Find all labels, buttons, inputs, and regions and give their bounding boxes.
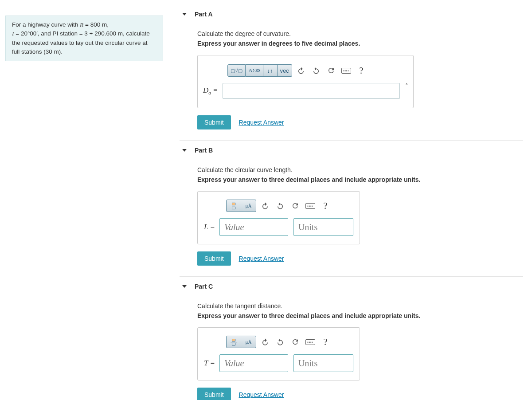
help-button[interactable]: ? xyxy=(319,200,332,212)
part-c-units-input[interactable] xyxy=(293,354,353,372)
part-c-bold: Express your answer to three decimal pla… xyxy=(197,312,523,319)
help-button[interactable]: ? xyxy=(355,64,368,77)
greek-button[interactable]: ΑΣΦ xyxy=(246,64,263,77)
redo-button[interactable] xyxy=(310,64,322,77)
keyboard-button[interactable]: ▪▪▪▪ xyxy=(304,200,317,212)
part-b-instruction: Calculate the circular curve length. xyxy=(197,166,523,173)
keyboard-button[interactable]: ▪▪▪▪ xyxy=(340,64,352,77)
undo-button[interactable] xyxy=(259,336,271,348)
units-symbol-button[interactable]: μÅ xyxy=(241,200,256,212)
help-button[interactable]: ? xyxy=(319,336,332,348)
part-b: Part B Calculate the circular curve leng… xyxy=(180,141,523,277)
part-c-request-answer-link[interactable]: Request Answer xyxy=(239,391,284,398)
part-a-instruction: Calculate the degree of curvature. xyxy=(197,30,523,37)
part-a-header[interactable]: Part A xyxy=(180,4,523,24)
question-statement: For a highway curve with R = 800 m, I = … xyxy=(5,16,163,61)
part-a-request-answer-link[interactable]: Request Answer xyxy=(239,119,284,126)
part-a-answer-input[interactable] xyxy=(223,83,400,99)
undo-button[interactable] xyxy=(295,64,307,77)
fraction-template-button[interactable] xyxy=(226,200,241,212)
part-a-title: Part A xyxy=(195,11,213,18)
part-a-var-label: Da = xyxy=(203,86,218,95)
reset-button[interactable] xyxy=(289,200,301,212)
part-c: Part C Calculate the tangent distance. E… xyxy=(180,277,523,400)
part-c-header[interactable]: Part C xyxy=(180,277,523,296)
degree-unit: ° xyxy=(406,82,407,88)
part-c-title: Part C xyxy=(195,283,213,290)
part-a-submit-button[interactable]: Submit xyxy=(197,115,231,129)
part-c-instruction: Calculate the tangent distance. xyxy=(197,302,523,310)
reset-button[interactable] xyxy=(289,336,301,348)
reset-button[interactable] xyxy=(325,64,337,77)
part-a-bold: Express your answer in degrees to five d… xyxy=(197,40,523,47)
caret-down-icon xyxy=(182,13,187,16)
fraction-template-button[interactable] xyxy=(226,336,241,348)
part-b-title: Part B xyxy=(195,147,213,154)
part-b-value-input[interactable] xyxy=(219,218,288,236)
caret-down-icon xyxy=(182,285,187,288)
keyboard-button[interactable]: ▪▪▪▪ xyxy=(304,336,317,348)
vec-button[interactable]: vec xyxy=(278,64,292,77)
redo-button[interactable] xyxy=(274,336,286,348)
part-b-submit-button[interactable]: Submit xyxy=(197,251,231,266)
part-c-value-input[interactable] xyxy=(219,354,288,372)
redo-button[interactable] xyxy=(274,200,286,212)
templates-button[interactable]: ▢√▢ xyxy=(227,64,246,77)
updown-button[interactable]: ↓↑ xyxy=(263,64,278,77)
part-b-request-answer-link[interactable]: Request Answer xyxy=(239,255,284,262)
part-b-units-input[interactable] xyxy=(293,218,353,236)
part-c-answer-frame: μÅ ▪▪▪▪ xyxy=(197,327,360,380)
undo-button[interactable] xyxy=(259,200,271,212)
part-b-header[interactable]: Part B xyxy=(180,141,523,160)
part-c-var-label: T = xyxy=(204,359,215,368)
units-symbol-button[interactable]: μÅ xyxy=(241,336,256,348)
part-a-answer-frame: ▢√▢ ΑΣΦ ↓↑ vec xyxy=(197,55,414,108)
caret-down-icon xyxy=(182,149,187,152)
part-b-answer-frame: μÅ ▪▪▪▪ xyxy=(197,191,360,244)
part-b-var-label: L = xyxy=(204,223,215,231)
part-c-submit-button[interactable]: Submit xyxy=(197,388,231,400)
part-b-bold: Express your answer to three decimal pla… xyxy=(197,176,523,183)
part-a: Part A Calculate the degree of curvature… xyxy=(180,4,523,141)
